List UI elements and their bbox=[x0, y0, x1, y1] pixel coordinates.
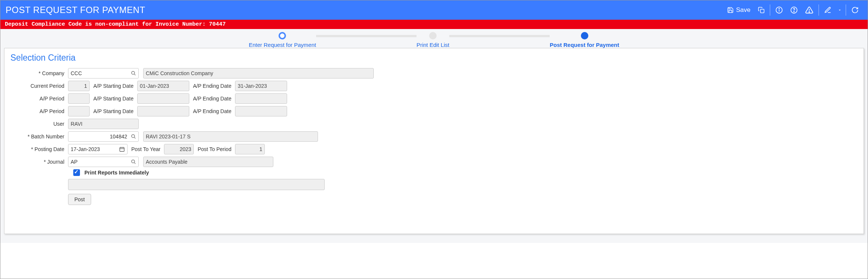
info-button[interactable] bbox=[772, 0, 787, 20]
journal-code-input[interactable] bbox=[68, 157, 139, 167]
selection-criteria-panel: Selection Criteria Company CMiC Construc… bbox=[4, 48, 864, 234]
step-label: Print Edit List bbox=[417, 42, 449, 48]
svg-line-9 bbox=[134, 74, 136, 76]
post-to-year-display: 2023 bbox=[164, 144, 194, 154]
header-divider-3 bbox=[846, 4, 846, 16]
label-journal: Journal bbox=[10, 159, 68, 165]
ap-period-3-display bbox=[68, 106, 90, 116]
step-print-edit-list[interactable]: Print Edit List bbox=[417, 32, 449, 48]
search-icon[interactable] bbox=[131, 134, 136, 139]
company-code-field[interactable] bbox=[71, 70, 136, 76]
svg-line-11 bbox=[134, 137, 136, 139]
step-enter-request[interactable]: Enter Request for Payment bbox=[249, 32, 316, 48]
row-print-reports: Print Reports Immediately bbox=[68, 169, 858, 176]
step-label: Post Request for Payment bbox=[550, 42, 619, 48]
row-company: Company CMiC Construction Company bbox=[10, 68, 858, 78]
save-icon bbox=[727, 7, 734, 13]
row-journal: Journal Accounts Payable bbox=[10, 157, 858, 167]
batch-desc-display: RAVI 2023-01-17 S bbox=[143, 131, 318, 142]
ap-start-1-display: 01-Jan-2023 bbox=[137, 81, 189, 91]
dropdown-button[interactable] bbox=[835, 0, 844, 20]
label-batch: Batch Number bbox=[10, 134, 68, 140]
batch-number-input[interactable] bbox=[68, 131, 139, 142]
compliance-alert: Deposit Compliance Code is non-compliant… bbox=[0, 20, 868, 29]
search-icon[interactable] bbox=[131, 159, 136, 164]
ap-end-2-display bbox=[235, 93, 287, 104]
company-name-display: CMiC Construction Company bbox=[143, 68, 374, 78]
stepper-area: Enter Request for Payment Print Edit Lis… bbox=[0, 29, 868, 243]
step-dot-icon bbox=[429, 32, 437, 39]
label-ap-end-1: A/P Ending Date bbox=[189, 83, 235, 89]
step-connector bbox=[316, 35, 417, 37]
edit-button[interactable] bbox=[820, 0, 835, 20]
panel-title: Selection Criteria bbox=[10, 53, 858, 63]
label-ap-end-2: A/P Ending Date bbox=[189, 96, 235, 102]
svg-point-5 bbox=[794, 11, 794, 12]
print-reports-checkbox[interactable] bbox=[73, 169, 80, 176]
svg-point-16 bbox=[132, 160, 135, 163]
step-connector bbox=[449, 35, 550, 37]
header-divider bbox=[770, 4, 770, 16]
row-current-period: Current Period 1 A/P Starting Date 01-Ja… bbox=[10, 81, 858, 91]
label-user: User bbox=[10, 121, 68, 127]
row-ap-period-2: A/P Period A/P Starting Date A/P Ending … bbox=[10, 93, 858, 104]
step-label: Enter Request for Payment bbox=[249, 42, 316, 48]
label-ap-end-3: A/P Ending Date bbox=[189, 108, 235, 114]
app-header: POST REQUEST FOR PAYMENT Save bbox=[0, 0, 868, 20]
label-ap-period-2: A/P Period bbox=[10, 96, 68, 102]
help-button[interactable] bbox=[787, 0, 801, 20]
step-post-request[interactable]: Post Request for Payment bbox=[550, 32, 619, 48]
svg-rect-0 bbox=[761, 9, 764, 13]
svg-point-10 bbox=[132, 135, 135, 138]
label-ap-period-3: A/P Period bbox=[10, 108, 68, 114]
label-current-period: Current Period bbox=[10, 83, 68, 89]
header-actions: Save bbox=[723, 0, 862, 20]
svg-point-8 bbox=[132, 71, 135, 74]
save-button-label: Save bbox=[736, 6, 750, 14]
label-ap-start-1: A/P Starting Date bbox=[90, 83, 137, 89]
search-icon[interactable] bbox=[131, 71, 136, 76]
alert-button[interactable] bbox=[801, 0, 817, 20]
ap-start-3-display bbox=[137, 106, 189, 116]
company-code-input[interactable] bbox=[68, 68, 139, 78]
row-posting-date: Posting Date Post To Year 2023 Post To P… bbox=[10, 144, 858, 154]
post-to-period-display: 1 bbox=[235, 144, 265, 154]
user-display: RAVI bbox=[68, 119, 139, 129]
label-print-reports: Print Reports Immediately bbox=[84, 170, 149, 176]
label-company: Company bbox=[10, 70, 68, 76]
svg-point-3 bbox=[779, 8, 779, 9]
header-divider-2 bbox=[819, 4, 819, 16]
posting-date-field[interactable] bbox=[71, 146, 125, 152]
alert-message: Deposit Compliance Code is non-compliant… bbox=[5, 21, 226, 28]
row-batch: Batch Number RAVI 2023-01-17 S bbox=[10, 131, 858, 142]
label-ap-start-2: A/P Starting Date bbox=[90, 96, 137, 102]
label-ap-start-3: A/P Starting Date bbox=[90, 108, 137, 114]
label-posting-date: Posting Date bbox=[10, 146, 68, 152]
page-title: POST REQUEST FOR PAYMENT bbox=[6, 5, 723, 15]
save-button[interactable]: Save bbox=[723, 0, 754, 20]
journal-desc-display: Accounts Payable bbox=[143, 157, 273, 167]
ap-period-2-display bbox=[68, 93, 90, 104]
step-dot-icon bbox=[581, 32, 588, 39]
svg-rect-12 bbox=[120, 147, 124, 151]
ap-end-3-display bbox=[235, 106, 287, 116]
calendar-icon[interactable] bbox=[119, 146, 125, 152]
svg-point-7 bbox=[809, 12, 810, 12]
ap-end-1-display: 31-Jan-2023 bbox=[235, 81, 287, 91]
stepper: Enter Request for Payment Print Edit Lis… bbox=[0, 32, 868, 48]
post-button[interactable]: Post bbox=[68, 194, 91, 205]
label-post-to-period: Post To Period bbox=[194, 146, 235, 152]
journal-code-field[interactable] bbox=[71, 159, 136, 165]
step-dot-icon bbox=[279, 32, 286, 39]
row-user: User RAVI bbox=[10, 119, 858, 129]
row-ap-period-3: A/P Period A/P Starting Date A/P Ending … bbox=[10, 106, 858, 116]
posting-date-input[interactable] bbox=[68, 144, 128, 154]
copy-button[interactable] bbox=[754, 0, 768, 20]
status-display bbox=[68, 179, 325, 190]
batch-number-field[interactable] bbox=[71, 134, 136, 140]
current-period-display: 1 bbox=[68, 81, 90, 91]
ap-start-2-display bbox=[137, 93, 189, 104]
refresh-button[interactable] bbox=[848, 0, 862, 20]
svg-line-17 bbox=[134, 163, 136, 164]
label-post-to-year: Post To Year bbox=[128, 146, 164, 152]
